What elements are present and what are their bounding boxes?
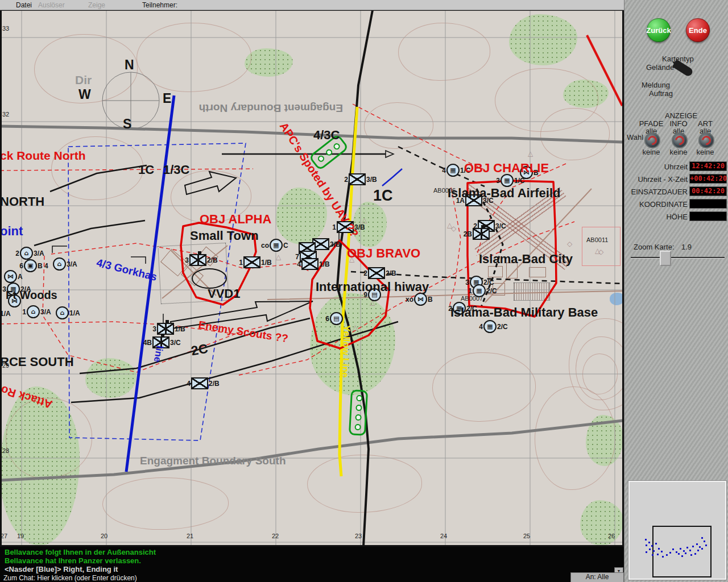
map-unit: 4▦2/C [483,320,497,333]
minimap-unit-dot [646,551,647,553]
unit-label-right: 3/C [495,222,506,230]
minimap-unit-dot [676,551,677,553]
minimap-unit-dot [690,554,692,556]
map-unit: xo⋈B [414,293,427,306]
unit-label-right: 1/B [175,325,185,333]
menu-item-ausloeser[interactable]: Auslöser [38,1,65,9]
tactical-map[interactable]: △ △ △ △ △ △ △ △ △ ◇ ◇ ◇ [0,0,624,547]
map-unit: 1⌂3/A [27,305,40,318]
flot-black-line [337,10,373,546]
map-frame [0,10,2,547]
unit-label-left: 1 [332,223,336,231]
art-knob[interactable] [698,132,714,148]
unit-label-left: 6 [19,262,23,270]
spot-report-blue-mark [382,169,402,186]
map-unit: 32/B [189,254,206,266]
map-label: 32 [2,111,9,118]
toggle-bottom-info: keine [665,148,692,156]
minimap-unit-dot [680,548,681,550]
minimap-unit-dot [651,545,653,547]
map-unit: 3▦1/C [500,174,514,187]
minimap-unit-dot [685,552,686,554]
red-edge-line [587,35,622,106]
pfade-knob[interactable] [644,132,660,148]
minimap-unit-dot [701,548,703,550]
map-label: Engagment Boundary South [140,455,316,467]
map-unit: 6▤ [330,312,343,325]
zoom-label: Zoom Karte: [634,243,675,251]
map-unit: co▦C [270,239,283,252]
map-label: W [78,88,91,101]
minimap-unit-dot [662,556,664,558]
unit-icon: ▣ [27,263,33,269]
unit-label-right: 2/B [386,269,396,277]
chat-message: Bellavance folgt Ihnen in der Außenansic… [5,548,156,556]
unit-label-right: 1/A [69,309,80,317]
unit-icon: ▦ [487,323,493,330]
map-unit: 6▣B 4 [24,259,37,272]
control-sidebar: Zurück Ende Kartentyp Gelände Meldung Au… [624,0,728,582]
map-unit: 4▦1/C [446,164,460,177]
unit-label-right: 3/A [40,308,51,316]
map-label: AB0007 [461,296,483,302]
unit-label-left: 3 [185,256,189,264]
minimap-unit-dot [645,539,647,541]
unit-label-left: 4 [479,323,483,331]
menu-item-datei[interactable]: Datei [16,1,32,9]
toggle-bottom-art: keine [692,148,719,156]
menu-item-zeige[interactable]: Zeige [88,1,105,9]
unit-icon: ⋈ [7,273,14,280]
minimap-unit-dot [689,550,691,551]
minimap-unit-dot [686,547,688,548]
chat-recipient-dropdown[interactable]: An: Alle [570,572,624,582]
map-label: 1C [138,163,154,176]
unit-label-left: 1 [239,259,243,267]
map-label: Islama-Bad Airfeild [448,186,560,199]
map-label: 2C [190,342,209,358]
wahl-label: Wahl [627,133,643,142]
minimap-unit-dot [704,541,705,542]
unit-icon: ▦ [450,167,456,173]
map-label: AB0011 [586,237,608,244]
unit-label-right: 2/B [209,380,220,388]
map-label: 20 [101,533,107,540]
unit-icon: ▦ [476,288,482,294]
unit-label-right: 2/C [486,287,497,295]
map-unit: 2B [473,228,490,240]
unit-label-left: 2 [344,176,348,184]
chat-hint-text: Zum Chat: Hier klicken (oder Enter drück… [3,574,137,582]
route-waypoint-marker [349,389,368,435]
unit-label-left: 4 [187,380,191,388]
info-knob[interactable] [672,132,688,148]
minimap-unit-dot [697,550,699,551]
map-label: 22 [272,533,279,540]
unit-label-left: 2B [464,230,472,238]
report-button[interactable]: Meldung [642,81,670,89]
minimap-unit-dot [678,553,680,555]
unit-label-right: 2/B [207,256,218,264]
unit-label-left: 2 [363,269,367,277]
minimap-unit-dot [683,550,685,552]
coordinate-display [689,199,727,209]
back-button[interactable]: Zurück [647,18,671,42]
unit-icon: ▦ [273,242,279,248]
zoom-slider-thumb[interactable] [660,251,671,266]
zoom-slider-track[interactable] [631,257,725,259]
map-type-value[interactable]: Gelände [646,63,674,72]
minimap-unit-dot [649,548,651,550]
map-label: S [123,117,131,131]
map-unit: ⌂3/A [53,257,66,271]
end-button[interactable]: Ende [686,18,710,42]
overview-minimap[interactable] [628,481,726,580]
map-label: Islama-Bad Military Base [450,306,598,319]
map-unit: 11/B [243,256,260,268]
mission-button[interactable]: Auftrag [649,89,673,98]
chat-log[interactable]: Bellavance folgt Ihnen in der Außenansic… [0,547,624,574]
map-label: 21 [187,533,193,540]
status-bar[interactable]: Zum Chat: Hier klicken (oder Enter drück… [0,574,624,582]
unit-label-right: 3/A [67,260,77,268]
map-label: Engagment Boundary North [175,102,343,114]
unit-label-right: 3/B [330,240,341,248]
map-label: 4/3C [313,128,340,142]
map-label: NORTH [0,195,44,208]
